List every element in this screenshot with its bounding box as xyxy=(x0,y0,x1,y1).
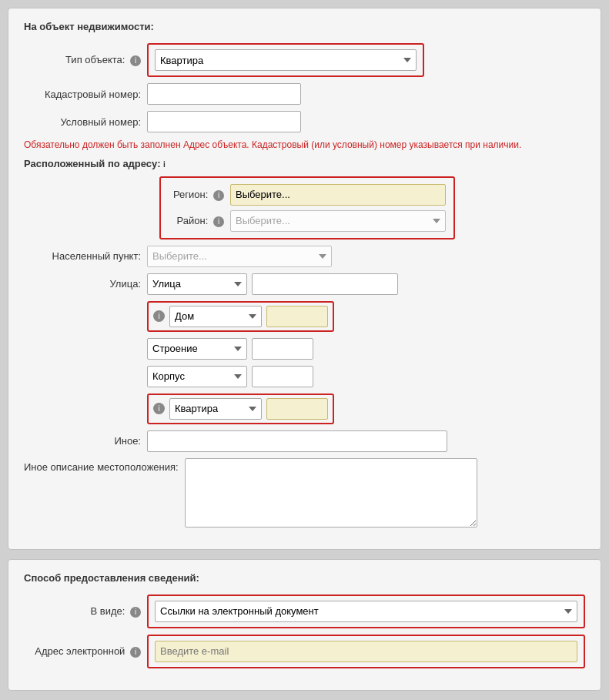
flat-info-icon[interactable]: i xyxy=(153,403,165,414)
flat-input[interactable] xyxy=(266,398,328,420)
description-row: Иное описание местоположения: xyxy=(24,458,585,528)
delivery-type-label: В виде: i xyxy=(24,605,147,618)
house-input[interactable] xyxy=(266,306,328,327)
delivery-type-info-icon[interactable]: i xyxy=(130,607,141,618)
street-row: Улица: Улица Переулок Проспект xyxy=(24,273,585,295)
email-row: Адрес электронной i xyxy=(24,635,585,668)
cadastral-input[interactable] xyxy=(147,83,301,105)
inoe-input[interactable] xyxy=(147,430,447,452)
street-type-select[interactable]: Улица Переулок Проспект xyxy=(147,273,247,295)
address-subsection-title: Расположенный по адресу: i xyxy=(24,158,585,170)
settlement-select[interactable]: Выберите... xyxy=(147,246,332,267)
delivery-type-select[interactable]: Ссылки на электронный документ Бумажного… xyxy=(155,601,577,622)
korpus-type-select[interactable]: Корпус xyxy=(147,366,247,387)
cadastral-row: Кадастровый номер: xyxy=(24,83,585,105)
korpus-input[interactable] xyxy=(252,366,313,387)
email-input[interactable] xyxy=(155,641,577,662)
property-section: На объект недвижимости: Тип объекта: i К… xyxy=(8,8,601,550)
object-type-row: Тип объекта: i Квартира Дом Земельный уч… xyxy=(24,43,585,77)
region-district-highlight: Регион: i Выберите... Район: i Выберите.… xyxy=(159,176,455,239)
house-highlight: i Дом Владение Участок xyxy=(147,301,334,332)
stroenie-input[interactable] xyxy=(252,338,313,360)
region-label: Регион: i xyxy=(169,189,230,201)
korpus-row: Корпус xyxy=(24,366,585,387)
house-info-icon[interactable]: i xyxy=(153,310,165,322)
settlement-row: Населенный пункт: Выберите... xyxy=(24,246,585,267)
conditional-label: Условный номер: xyxy=(24,116,147,128)
street-label: Улица: xyxy=(24,278,147,290)
district-row: Район: i Выберите... xyxy=(169,210,446,232)
street-input[interactable] xyxy=(252,273,398,295)
delivery-type-row: В виде: i Ссылки на электронный документ… xyxy=(24,594,585,628)
object-type-highlight: Квартира Дом Земельный участок Нежилое п… xyxy=(147,43,424,77)
conditional-input[interactable] xyxy=(147,111,301,132)
house-row: i Дом Владение Участок xyxy=(24,301,585,332)
delivery-section-title: Способ предоставления сведений: xyxy=(24,572,585,584)
conditional-row: Условный номер: xyxy=(24,111,585,132)
flat-row: i Квартира Офис Помещение xyxy=(24,394,585,424)
object-type-label: Тип объекта: i xyxy=(24,54,147,66)
email-highlight xyxy=(147,635,585,668)
settlement-label: Населенный пункт: xyxy=(24,250,147,262)
region-row: Регион: i Выберите... xyxy=(169,184,446,206)
delivery-type-highlight: Ссылки на электронный документ Бумажного… xyxy=(147,594,585,628)
house-type-select[interactable]: Дом Владение Участок xyxy=(169,306,262,327)
email-label: Адрес электронной i xyxy=(24,645,147,658)
address-error-text: Обязательно должен быть заполнен Адрес о… xyxy=(24,139,585,152)
address-info-icon[interactable]: i xyxy=(163,160,166,169)
inoe-label: Иное: xyxy=(24,435,147,447)
object-type-info-icon[interactable]: i xyxy=(130,55,141,66)
inoe-row: Иное: xyxy=(24,430,585,452)
description-textarea[interactable] xyxy=(185,458,477,528)
district-label: Район: i xyxy=(169,215,230,227)
district-info-icon[interactable]: i xyxy=(213,216,224,227)
email-info-icon[interactable]: i xyxy=(130,647,141,658)
description-label: Иное описание местоположения: xyxy=(24,458,185,473)
object-type-select[interactable]: Квартира Дом Земельный участок Нежилое п… xyxy=(155,49,417,71)
region-select[interactable]: Выберите... xyxy=(230,184,446,206)
flat-type-select[interactable]: Квартира Офис Помещение xyxy=(169,398,262,420)
delivery-section: Способ предоставления сведений: В виде: … xyxy=(8,559,601,691)
region-info-icon[interactable]: i xyxy=(213,190,224,201)
property-section-title: На объект недвижимости: xyxy=(24,21,585,32)
flat-highlight: i Квартира Офис Помещение xyxy=(147,394,334,424)
stroenie-row: Строение Сооружение xyxy=(24,338,585,360)
stroenie-type-select[interactable]: Строение Сооружение xyxy=(147,338,247,360)
cadastral-label: Кадастровый номер: xyxy=(24,89,147,100)
district-select[interactable]: Выберите... xyxy=(230,210,446,232)
